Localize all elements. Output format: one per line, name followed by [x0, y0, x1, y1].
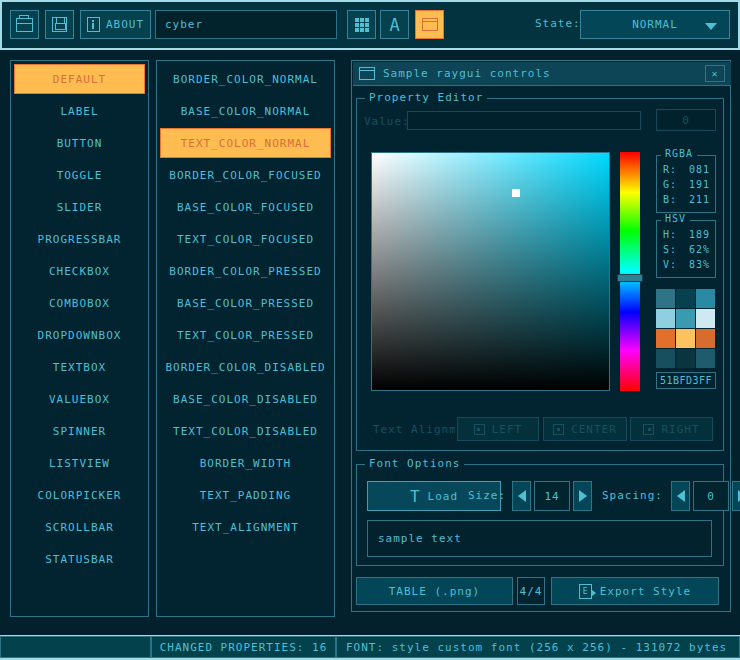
- open-style-button[interactable]: [10, 10, 39, 39]
- size-label: Size:: [468, 489, 506, 502]
- rgba-group: RGBA R:081 G:191 B:211: [656, 155, 716, 213]
- color-picker-panel[interactable]: [371, 152, 610, 391]
- align-left-button[interactable]: LEFT: [457, 417, 539, 441]
- control-item-scrollbar[interactable]: SCROLLBAR: [14, 512, 145, 542]
- style-color-swatches: [656, 289, 715, 368]
- controls-list: DEFAULT LABEL BUTTON TOGGLE SLIDER PROGR…: [11, 61, 148, 577]
- control-item-combobox[interactable]: COMBOBOX: [14, 288, 145, 318]
- h-value: 189: [689, 229, 710, 240]
- property-item-text-color-pressed[interactable]: TEXT_COLOR_PRESSED: [160, 320, 331, 350]
- controls-view-button[interactable]: [415, 10, 444, 39]
- v-label: V:: [663, 259, 677, 270]
- window-icon: [422, 18, 438, 31]
- property-item-border-width[interactable]: BORDER_WIDTH: [160, 448, 331, 478]
- control-item-slider[interactable]: SLIDER: [14, 192, 145, 222]
- align-right-icon: [643, 424, 654, 435]
- hex-color-field[interactable]: 51BFD3FF: [656, 372, 716, 389]
- export-icon: E: [579, 584, 592, 599]
- rgba-group-label: RGBA: [661, 148, 697, 159]
- save-style-button[interactable]: [45, 10, 74, 39]
- align-right-button[interactable]: RIGHT: [630, 417, 713, 441]
- b-label: B:: [663, 194, 677, 205]
- properties-list: BORDER_COLOR_NORMAL BASE_COLOR_NORMAL TE…: [157, 61, 334, 545]
- swatch[interactable]: [656, 289, 675, 308]
- control-item-button[interactable]: BUTTON: [14, 128, 145, 158]
- control-item-label[interactable]: LABEL: [14, 96, 145, 126]
- property-item-text-color-disabled[interactable]: TEXT_COLOR_DISABLED: [160, 416, 331, 446]
- size-increase-button[interactable]: [573, 481, 592, 511]
- control-item-dropdownbox[interactable]: DROPDOWNBOX: [14, 320, 145, 350]
- size-value-box[interactable]: 14: [534, 481, 570, 511]
- spacing-label: Spacing:: [602, 489, 663, 502]
- control-item-listview[interactable]: LISTVIEW: [14, 448, 145, 478]
- swatch[interactable]: [676, 309, 695, 328]
- control-item-spinner[interactable]: SPINNER: [14, 416, 145, 446]
- property-item-text-alignment[interactable]: TEXT_ALIGNMENT: [160, 512, 331, 542]
- property-item-border-color-disabled[interactable]: BORDER_COLOR_DISABLED: [160, 352, 331, 382]
- spacing-increase-button[interactable]: [732, 481, 740, 511]
- property-item-base-color-disabled[interactable]: BASE_COLOR_DISABLED: [160, 384, 331, 414]
- control-item-toggle[interactable]: TOGGLE: [14, 160, 145, 190]
- value-zero-button[interactable]: 0: [656, 109, 716, 131]
- style-table-view-button[interactable]: [347, 10, 376, 39]
- swatch[interactable]: [696, 289, 715, 308]
- property-item-base-color-pressed[interactable]: BASE_COLOR_PRESSED: [160, 288, 331, 318]
- b-value: 211: [689, 194, 710, 205]
- changed-properties-status: CHANGED PROPERTIES: 16: [151, 636, 336, 658]
- swatch[interactable]: [676, 329, 695, 348]
- size-decrease-button[interactable]: [512, 481, 531, 511]
- swatch[interactable]: [656, 349, 675, 368]
- align-center-button[interactable]: CENTER: [543, 417, 627, 441]
- property-editor-group-label: Property Editor: [365, 91, 487, 104]
- control-item-default[interactable]: DEFAULT: [14, 64, 145, 94]
- property-item-border-color-pressed[interactable]: BORDER_COLOR_PRESSED: [160, 256, 331, 286]
- g-label: G:: [663, 179, 677, 190]
- swatch[interactable]: [656, 309, 675, 328]
- r-value: 081: [689, 164, 710, 175]
- window-title: Sample raygui controls: [383, 67, 551, 80]
- control-item-valuebox[interactable]: VALUEBOX: [14, 384, 145, 414]
- r-label: R:: [663, 164, 677, 175]
- color-picker-cursor[interactable]: [512, 189, 520, 197]
- sample-text-box[interactable]: sample text: [367, 520, 712, 557]
- control-item-colorpicker[interactable]: COLORPICKER: [14, 480, 145, 510]
- font-view-button[interactable]: A: [380, 10, 409, 39]
- s-value: 62%: [689, 244, 710, 255]
- value-input[interactable]: [407, 111, 641, 130]
- export-style-button[interactable]: E Export Style: [551, 577, 719, 605]
- property-item-text-padding[interactable]: TEXT_PADDING: [160, 480, 331, 510]
- close-button[interactable]: ✕: [705, 65, 725, 82]
- swatch[interactable]: [676, 289, 695, 308]
- swatch[interactable]: [696, 349, 715, 368]
- hue-slider-handle[interactable]: [617, 274, 643, 282]
- s-label: S:: [663, 244, 677, 255]
- hue-bar[interactable]: [620, 152, 640, 391]
- state-dropdown[interactable]: NORMAL: [580, 10, 730, 39]
- style-name-input[interactable]: [155, 10, 337, 39]
- v-value: 83%: [689, 259, 710, 270]
- grid-icon: [355, 18, 369, 32]
- property-item-base-color-normal[interactable]: BASE_COLOR_NORMAL: [160, 96, 331, 126]
- control-item-checkbox[interactable]: CHECKBOX: [14, 256, 145, 286]
- property-item-border-color-focused[interactable]: BORDER_COLOR_FOCUSED: [160, 160, 331, 190]
- sample-controls-window: Sample raygui controls ✕ Property Editor…: [351, 60, 731, 612]
- control-item-progressbar[interactable]: PROGRESSBAR: [14, 224, 145, 254]
- swatch[interactable]: [696, 329, 715, 348]
- folder-open-icon: [16, 18, 33, 31]
- chevron-left-icon: [518, 490, 526, 502]
- control-item-textbox[interactable]: TEXTBOX: [14, 352, 145, 382]
- text-alignment-label: Text Alignmen: [373, 423, 455, 436]
- spacing-value-box[interactable]: 0: [693, 481, 729, 511]
- property-item-text-color-normal[interactable]: TEXT_COLOR_NORMAL: [160, 128, 331, 158]
- swatch[interactable]: [696, 309, 715, 328]
- property-item-text-color-focused[interactable]: TEXT_COLOR_FOCUSED: [160, 224, 331, 254]
- hsv-group-label: HSV: [661, 213, 690, 224]
- spacing-decrease-button[interactable]: [671, 481, 690, 511]
- swatch[interactable]: [676, 349, 695, 368]
- property-item-base-color-focused[interactable]: BASE_COLOR_FOCUSED: [160, 192, 331, 222]
- about-button[interactable]: ABOUT: [80, 10, 151, 39]
- table-png-button[interactable]: TABLE (.png): [356, 577, 513, 605]
- control-item-statusbar[interactable]: STATUSBAR: [14, 544, 145, 574]
- property-item-border-color-normal[interactable]: BORDER_COLOR_NORMAL: [160, 64, 331, 94]
- swatch[interactable]: [656, 329, 675, 348]
